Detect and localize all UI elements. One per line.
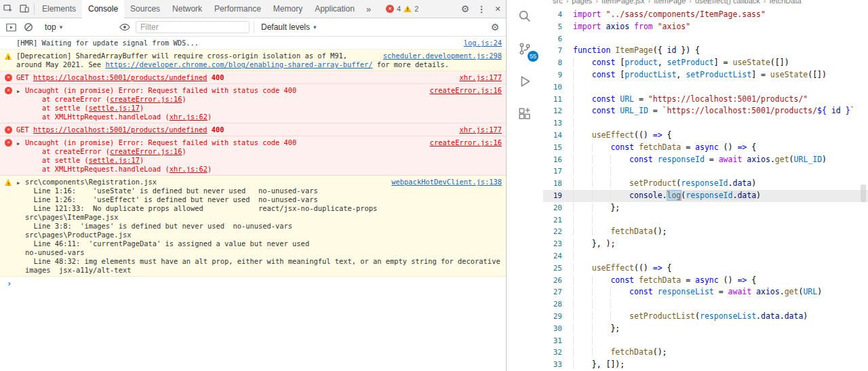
source-location-link[interactable]: xhr.js:177: [459, 73, 502, 82]
console-sidebar-icon[interactable]: [4, 20, 18, 34]
line-number[interactable]: 5: [543, 21, 573, 33]
code-line[interactable]: 5import axios from "axios": [543, 21, 868, 33]
console-link[interactable]: settle.js:17: [89, 104, 140, 112]
code-line[interactable]: 15 const fetchData = async () => {: [543, 142, 868, 154]
code-line[interactable]: 31: [543, 335, 868, 347]
expand-arrow-icon[interactable]: ▶: [17, 87, 20, 96]
console-link[interactable]: https://localhost:5001/products/undefine…: [33, 73, 207, 81]
code-line[interactable]: 9 const [productList, setProductList] = …: [543, 69, 868, 81]
source-location-link[interactable]: log.js:24: [464, 39, 502, 47]
line-number[interactable]: 10: [543, 81, 573, 94]
more-tabs-icon[interactable]: »: [361, 4, 376, 14]
code-line[interactable]: 24: [543, 250, 868, 262]
code-line[interactable]: 4import "../sass/components/ItemPage.sas…: [543, 9, 868, 21]
code-line[interactable]: 8 const [product, setProduct] = useState…: [543, 57, 868, 69]
console-prompt[interactable]: ›: [0, 277, 506, 290]
inspect-element-icon[interactable]: [0, 0, 16, 18]
console-link[interactable]: xhr.js:62: [170, 113, 208, 121]
code-line[interactable]: 30 };: [543, 323, 868, 335]
code-line[interactable]: 28: [543, 298, 868, 311]
breadcrumb[interactable]: src›pages›ItemPage.jsx›ItemPage›useEffec…: [543, 0, 868, 9]
console-link[interactable]: createError.js:16: [110, 95, 182, 103]
extensions-icon[interactable]: [514, 103, 536, 125]
code-line[interactable]: 27 const responseList = await axios.get(…: [543, 286, 868, 298]
line-number[interactable]: 17: [543, 165, 573, 178]
console-link[interactable]: xhr.js:62: [170, 165, 208, 173]
source-location-link[interactable]: xhr.js:177: [459, 125, 502, 134]
breadcrumb-item[interactable]: ItemPage.jsx: [601, 0, 645, 5]
line-number[interactable]: 4: [543, 9, 573, 21]
run-and-debug-icon[interactable]: [514, 71, 536, 92]
tab-sources[interactable]: Sources: [124, 0, 166, 18]
code-line[interactable]: 23 }, );: [543, 238, 868, 250]
breadcrumb-item[interactable]: src: [553, 0, 563, 5]
line-number[interactable]: 19: [543, 190, 573, 202]
settings-gear-icon[interactable]: ⚙: [457, 0, 473, 18]
line-number[interactable]: 7: [543, 45, 573, 57]
line-number[interactable]: 25: [543, 262, 573, 275]
line-number[interactable]: 33: [543, 359, 573, 371]
line-number[interactable]: 16: [543, 154, 573, 166]
console-link[interactable]: createError.js:16: [110, 147, 182, 155]
line-number[interactable]: 21: [543, 214, 573, 227]
code-line[interactable]: 26 const fetchData = async () => {: [543, 275, 868, 287]
log-levels-dropdown[interactable]: Default levels ▾: [254, 21, 323, 33]
code-line[interactable]: 20 };: [543, 202, 868, 214]
code-line[interactable]: 21: [543, 214, 868, 227]
console-link[interactable]: settle.js:17: [89, 156, 140, 164]
code-editor[interactable]: 4import "../sass/components/ItemPage.sas…: [543, 9, 868, 371]
line-number[interactable]: 32: [543, 347, 573, 359]
code-line[interactable]: 25 useEffect(() => {: [543, 262, 868, 275]
context-selector-dropdown[interactable]: top ▾: [39, 21, 114, 33]
line-number[interactable]: 6: [543, 33, 573, 45]
code-line[interactable]: 22 fetchData();: [543, 226, 868, 238]
source-location-link[interactable]: webpackHotDevClient.js:138: [391, 178, 502, 187]
line-number[interactable]: 22: [543, 226, 573, 238]
line-number[interactable]: 26: [543, 275, 573, 287]
code-line[interactable]: 29 setProductList(responseList.data.data…: [543, 311, 868, 323]
tab-performance[interactable]: Performance: [208, 0, 267, 18]
line-number[interactable]: 30: [543, 323, 573, 335]
line-number[interactable]: 11: [543, 94, 573, 106]
clear-console-icon[interactable]: [22, 20, 35, 34]
tab-application[interactable]: Application: [309, 0, 361, 18]
code-line[interactable]: 12 const URL_ID = `https://localhost:500…: [543, 105, 868, 117]
breadcrumb-item[interactable]: pages: [572, 0, 592, 5]
code-line[interactable]: 14 useEffect(() => {: [543, 130, 868, 142]
console-link[interactable]: https://developer.chrome.com/blog/enabli…: [105, 60, 372, 69]
line-number[interactable]: 29: [543, 311, 573, 323]
line-number[interactable]: 9: [543, 69, 573, 81]
line-number[interactable]: 24: [543, 250, 573, 262]
line-number[interactable]: 20: [543, 202, 573, 214]
source-location-link[interactable]: createError.js:16: [430, 138, 502, 147]
kebab-menu-icon[interactable]: ⋮: [473, 0, 490, 18]
source-control-icon[interactable]: 55: [514, 38, 536, 60]
close-devtools-icon[interactable]: ✕: [490, 0, 506, 18]
line-number[interactable]: 13: [543, 117, 573, 130]
breadcrumb-item[interactable]: fetchData: [770, 0, 802, 5]
code-line[interactable]: 6: [543, 33, 868, 45]
source-location-link[interactable]: scheduler.development.js:298: [383, 52, 502, 60]
code-line[interactable]: 17: [543, 165, 868, 178]
line-number[interactable]: 18: [543, 178, 573, 190]
tab-network[interactable]: Network: [166, 0, 208, 18]
code-line[interactable]: 33 }, []);: [543, 359, 868, 371]
breadcrumb-item[interactable]: ItemPage: [654, 0, 686, 5]
scrollbar-thumb[interactable]: [861, 184, 866, 202]
line-number[interactable]: 15: [543, 142, 573, 154]
line-number[interactable]: 12: [543, 105, 573, 117]
code-line[interactable]: 18 setProduct(responseId.data): [543, 178, 868, 190]
expand-arrow-icon[interactable]: ▶: [17, 140, 20, 149]
code-line[interactable]: 19 console.log(responseId.data): [543, 190, 868, 202]
code-line[interactable]: 32 fetchData();: [543, 347, 868, 359]
tab-memory[interactable]: Memory: [267, 0, 309, 18]
console-link[interactable]: https://localhost:5001/products/undefine…: [33, 125, 207, 134]
filter-input[interactable]: [136, 21, 250, 33]
console-settings-gear-icon[interactable]: ⚙: [488, 20, 502, 34]
line-number[interactable]: 14: [543, 130, 573, 142]
code-line[interactable]: 10: [543, 81, 868, 94]
code-line[interactable]: 7function ItemPage({ id }) {: [543, 45, 868, 57]
line-number[interactable]: 23: [543, 238, 573, 250]
search-icon[interactable]: [514, 5, 536, 27]
code-line[interactable]: 13: [543, 117, 868, 130]
